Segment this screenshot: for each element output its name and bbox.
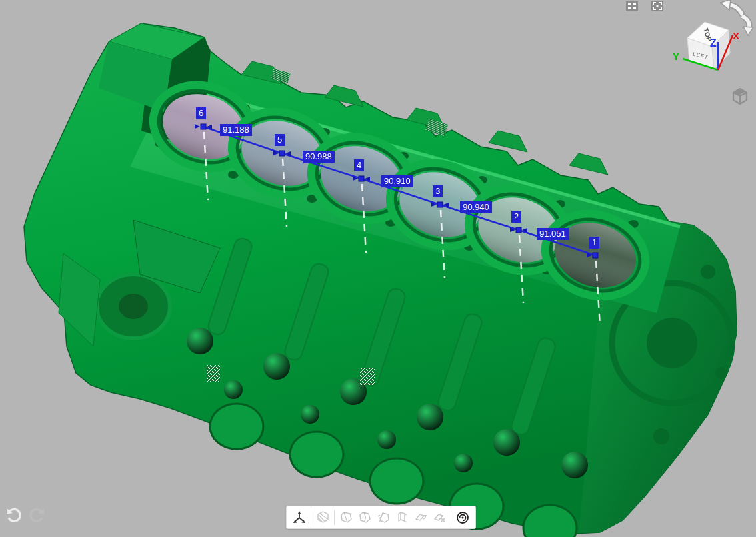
distance-value-label[interactable]: 90.988	[303, 151, 335, 163]
distance-value-label[interactable]: 91.188	[220, 124, 252, 136]
clip-cube-icon	[313, 508, 332, 527]
3d-viewport[interactable]: TOP LEFT Y Z X 6 5 4 3 2 1 91.188 90.988…	[0, 0, 756, 537]
cylinder-label[interactable]: 5	[275, 134, 285, 146]
section-fragment-icon	[374, 508, 393, 527]
distance-value-label[interactable]: 91.051	[537, 228, 569, 240]
axis-x-label: X	[733, 30, 739, 41]
undo-icon[interactable]	[5, 506, 23, 524]
rear-bolt-hole	[715, 367, 727, 379]
view-cube[interactable]: TOP LEFT Y Z X	[673, 22, 739, 70]
axis-z-label: Z	[710, 37, 717, 49]
distance-value-label[interactable]: 90.910	[381, 175, 413, 187]
rear-bolt-hole	[653, 428, 669, 444]
rear-bolt-hole	[701, 265, 715, 279]
isometric-cube-icon[interactable]	[731, 87, 749, 105]
axis-y-label: Y	[673, 51, 679, 62]
target-rings-icon[interactable]	[453, 508, 472, 527]
distance-value-label[interactable]: 90.940	[460, 201, 492, 213]
cylinder-label[interactable]: 2	[511, 211, 521, 223]
cylinder-label[interactable]: 3	[433, 185, 443, 197]
section-corner-cut-icon	[337, 508, 355, 527]
section-slab-icon	[393, 508, 411, 527]
crank-seal-hole	[119, 294, 148, 319]
redo-icon	[28, 506, 45, 524]
section-delete-icon	[430, 508, 449, 527]
engine-block-scene: TOP LEFT Y Z X	[0, 0, 756, 537]
section-toolbar	[286, 506, 476, 529]
grid-view-icon[interactable]	[625, 0, 639, 12]
toolbar-divider	[334, 510, 335, 525]
cylinder-label[interactable]: 1	[589, 237, 599, 249]
cylinder-label[interactable]: 6	[196, 107, 206, 119]
history-controls	[5, 506, 45, 524]
cylinder-label[interactable]: 4	[354, 159, 364, 171]
toolbar-divider	[451, 510, 451, 525]
transform-tool-icon[interactable]	[290, 508, 309, 527]
toolbar-divider	[311, 510, 311, 525]
rear-bore-hole	[647, 318, 697, 368]
section-flip-icon	[411, 508, 430, 527]
section-round-cut-icon	[355, 508, 374, 527]
fit-view-icon[interactable]	[651, 0, 664, 12]
